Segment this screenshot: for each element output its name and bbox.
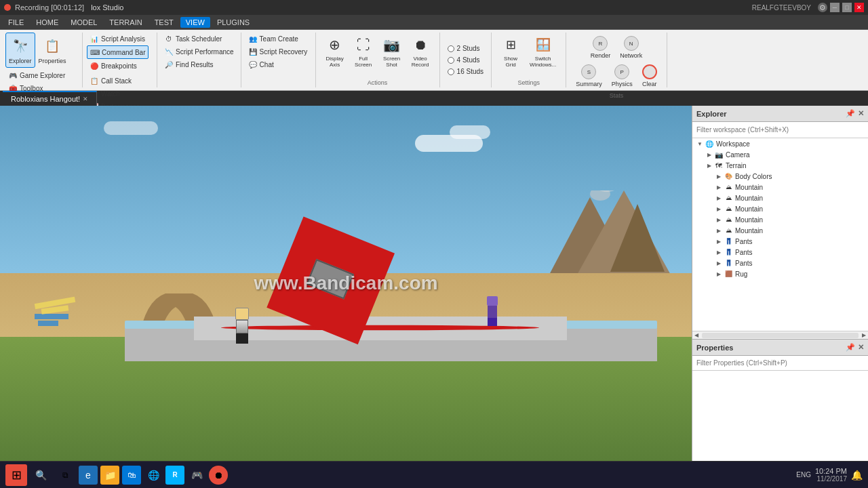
tree-mountain-1[interactable]: ▶ ⛰ Mountain <box>692 182 868 192</box>
explorer-close-btn[interactable]: ✕ <box>858 109 864 118</box>
find-results-btn[interactable]: 🔎Find Results <box>161 58 237 70</box>
taskbar-ie-btn[interactable]: e <box>79 466 98 485</box>
pants2-expand[interactable]: ▶ <box>714 249 724 256</box>
taskbar-roblox-btn[interactable]: R <box>165 466 184 485</box>
display-axis-btn[interactable]: ⊕ DisplayAxis <box>321 34 349 69</box>
menu-home[interactable]: HOME <box>31 17 64 28</box>
tab-close-btn[interactable]: ✕ <box>83 96 88 102</box>
mountain4-expand[interactable]: ▶ <box>714 217 724 223</box>
explore-btn[interactable]: 🔭 Explorer <box>5 33 35 68</box>
terrain-expand[interactable]: ▶ <box>705 163 714 169</box>
scroll-left-btn[interactable]: ◀ <box>692 331 701 340</box>
explorer-search-input[interactable] <box>692 122 868 138</box>
right-panel: Explorer 📌 ✕ ▼ 🌐 Workspace ▶ <box>692 106 868 461</box>
command-bar-btn[interactable]: ⌨Command Bar <box>87 45 149 59</box>
properties-btn[interactable]: 📋 Properties <box>35 33 70 68</box>
mountain5-expand[interactable]: ▶ <box>714 228 724 234</box>
mountain2-label: Mountain <box>735 195 763 202</box>
pants1-expand[interactable]: ▶ <box>714 239 724 245</box>
explorer-search[interactable] <box>692 122 868 138</box>
scroll-right-btn[interactable]: ▶ <box>860 331 868 340</box>
tree-mountain-2[interactable]: ▶ ⛰ Mountain <box>692 192 868 203</box>
menu-view[interactable]: VIEW <box>180 17 210 28</box>
studs-16[interactable]: 16 Studs <box>446 67 486 76</box>
taskbar-recording-btn[interactable]: ⏺ <box>209 466 228 485</box>
task-scheduler-btn[interactable]: ⏱Task Scheduler <box>161 33 237 45</box>
tree-mountain-4[interactable]: ▶ ⛰ Mountain <box>692 214 868 225</box>
properties-pin-btn[interactable]: 📌 <box>846 343 855 352</box>
stats-clear-btn[interactable]: Clear <box>638 62 661 89</box>
studs-4[interactable]: 4 Studs <box>446 56 486 64</box>
tree-mountain-3[interactable]: ▶ ⛰ Mountain <box>692 203 868 214</box>
tree-workspace[interactable]: ▼ 🌐 Workspace <box>692 138 868 149</box>
menu-file[interactable]: FILE <box>3 17 29 28</box>
scroll-track[interactable] <box>702 333 859 338</box>
tree-pants-2[interactable]: ▶ 👖 Pants <box>692 247 868 258</box>
explorer-scrollbar[interactable]: ◀ ▶ <box>692 331 868 339</box>
show-grid-btn[interactable]: ⊞ ShowGrid <box>497 34 524 69</box>
studs-2[interactable]: 2 Studs <box>446 44 486 53</box>
rug-expand[interactable]: ▶ <box>714 271 724 277</box>
mountain2-expand[interactable]: ▶ <box>714 195 724 201</box>
mountain1-expand[interactable]: ▶ <box>714 184 724 190</box>
stats-physics-btn[interactable]: P Physics <box>608 62 637 89</box>
screen-shot-btn[interactable]: 📷 ScreenShot <box>378 34 406 69</box>
tree-body-colors[interactable]: ▶ 🎨 Body Colors <box>692 171 868 182</box>
stats-render-btn[interactable]: R Render <box>587 34 615 61</box>
properties-search-input[interactable] <box>692 356 868 370</box>
stats-label: Stats <box>572 91 661 99</box>
properties-close-btn[interactable]: ✕ <box>858 343 864 352</box>
tree-camera[interactable]: ▶ 📷 Camera <box>692 149 868 160</box>
full-screen-btn[interactable]: ⛶ FullScreen <box>350 34 377 69</box>
taskbar-app1-btn[interactable]: 🎮 <box>187 466 206 485</box>
notification-btn[interactable]: 🔔 <box>851 470 863 481</box>
task-view-btn[interactable]: ⧉ <box>54 464 76 486</box>
body-colors-expand[interactable]: ▶ <box>714 174 724 180</box>
tree-terrain[interactable]: ▶ 🗺 Terrain <box>692 160 868 171</box>
taskbar-store-btn[interactable]: 🛍 <box>122 466 141 485</box>
menu-plugins[interactable]: PLUGINS <box>212 17 255 28</box>
switch-windows-btn[interactable]: 🪟 SwitchWindows... <box>526 34 560 69</box>
maximize-btn[interactable]: □ <box>842 3 852 12</box>
mountain3-expand[interactable]: ▶ <box>714 206 724 212</box>
menu-test[interactable]: TEST <box>149 17 179 28</box>
tree-pants-1[interactable]: ▶ 👖 Pants <box>692 236 868 247</box>
taskbar-chrome-btn[interactable]: 🌐 <box>144 466 163 485</box>
call-stack-btn[interactable]: 📋Call Stack <box>87 75 142 87</box>
close-btn[interactable]: ✕ <box>854 3 864 12</box>
breakpoints-btn[interactable]: 🔴Breakpoints <box>87 60 149 72</box>
team-create-btn[interactable]: 👥Team Create <box>245 33 311 45</box>
switch-windows-icon: 🪟 <box>534 35 553 54</box>
mountain1-label: Mountain <box>735 184 763 191</box>
tab-robloxians[interactable]: Robloxians Hangout! ✕ <box>3 91 97 106</box>
stats-summary-btn[interactable]: S Summary <box>572 62 606 89</box>
pants2-label: Pants <box>735 249 753 256</box>
video-record-btn[interactable]: ⏺ VideoRecord <box>407 34 434 69</box>
workspace-expand[interactable]: ▼ <box>695 141 705 147</box>
search-btn[interactable]: 🔍 <box>30 464 52 486</box>
viewport[interactable]: www.Bandicam.com <box>0 106 692 461</box>
game-explorer-btn[interactable]: 🎮Game Explorer <box>5 69 68 81</box>
menu-terrain[interactable]: TERRAIN <box>104 17 147 28</box>
camera-expand[interactable]: ▶ <box>705 152 714 158</box>
mountain3-label: Mountain <box>735 205 763 213</box>
explorer-pin-btn[interactable]: 📌 <box>846 109 855 118</box>
minimize-btn[interactable]: ─ <box>830 3 840 12</box>
menu-model[interactable]: MODEL <box>65 17 102 28</box>
settings-icon[interactable]: ⚙ <box>818 3 827 12</box>
pants3-expand[interactable]: ▶ <box>714 260 724 266</box>
script-recovery-btn[interactable]: 💾Script Recovery <box>245 45 311 58</box>
toolbar: 🔭 Explorer 📋 Properties 🎮Game Explorer 🧰… <box>0 30 868 91</box>
script-performance-btn[interactable]: 📉Script Performance <box>161 45 237 58</box>
script-analysis-btn[interactable]: 📊Script Analysis <box>87 33 149 45</box>
tree-pants-3[interactable]: ▶ 👖 Pants <box>692 258 868 268</box>
tree-rug[interactable]: ▶ 🟫 Rug <box>692 268 868 279</box>
tree-mountain-5[interactable]: ▶ ⛰ Mountain <box>692 225 868 236</box>
stats-network-btn[interactable]: N Network <box>616 34 646 61</box>
chat-btn[interactable]: 💬Chat <box>245 58 311 70</box>
properties-search[interactable] <box>692 356 868 371</box>
taskbar-folder-btn[interactable]: 📁 <box>100 466 119 485</box>
start-btn[interactable]: ⊞ <box>5 464 27 486</box>
explorer-tree[interactable]: ▼ 🌐 Workspace ▶ 📷 Camera ▶ 🗺 Terrain <box>692 138 868 331</box>
stud-radio-2 <box>448 45 454 52</box>
